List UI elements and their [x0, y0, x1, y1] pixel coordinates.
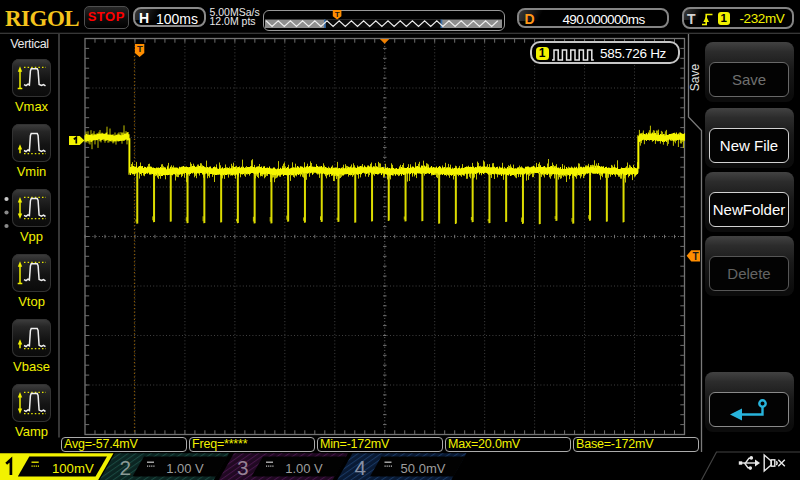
- svg-text:1.00 V: 1.00 V: [166, 461, 204, 476]
- svg-text:T: T: [693, 251, 699, 262]
- svg-text:100mV: 100mV: [52, 461, 94, 476]
- svg-text:50.0mV: 50.0mV: [401, 461, 446, 476]
- svg-text:Save: Save: [688, 64, 702, 92]
- svg-text:3: 3: [237, 456, 249, 479]
- svg-text:1.00 V: 1.00 V: [285, 461, 323, 476]
- svg-text:2: 2: [120, 456, 132, 479]
- svg-text:T: T: [137, 43, 143, 54]
- svg-text:4: 4: [355, 456, 367, 479]
- svg-text:T: T: [335, 10, 340, 19]
